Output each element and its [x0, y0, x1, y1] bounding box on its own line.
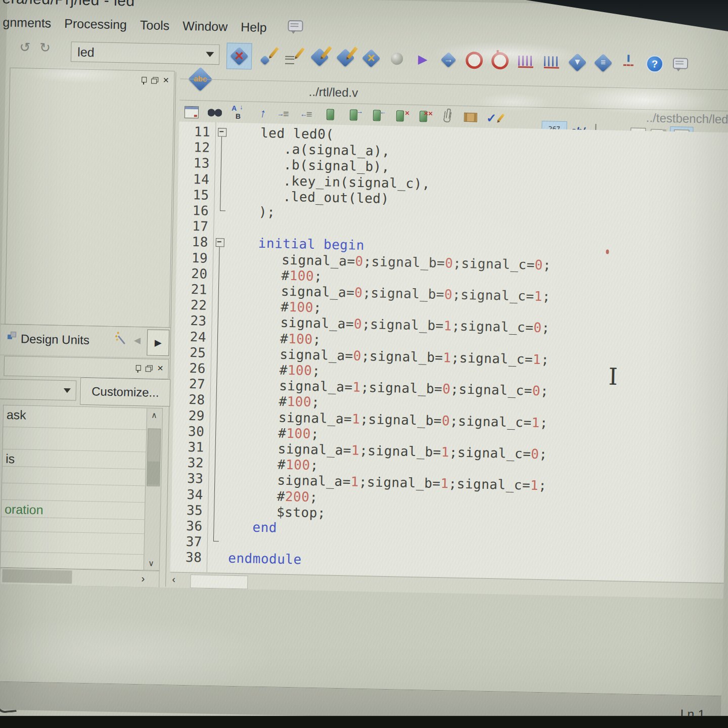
- tab-bar-border: [180, 79, 728, 90]
- menu-gnments[interactable]: gnments: [3, 15, 51, 30]
- ibeam-cursor: I: [608, 363, 618, 390]
- design-units-tab[interactable]: Design Units ◀ ▶: [0, 324, 170, 359]
- window-title: era/led/Prj/led - led: [2, 0, 135, 10]
- scroll-up-icon[interactable]: ∧: [147, 410, 161, 420]
- task-row[interactable]: [1, 531, 145, 555]
- help-icon[interactable]: ?: [645, 51, 665, 77]
- restore-icon[interactable]: [153, 77, 158, 82]
- editor-options-icon[interactable]: [183, 102, 201, 123]
- edit-assignments-icon[interactable]: [284, 44, 304, 70]
- task-row[interactable]: is: [3, 449, 147, 470]
- compile-design-icon[interactable]: [310, 44, 330, 70]
- netlist-viewer-icon[interactable]: [619, 51, 639, 76]
- task-row-label: oration: [5, 502, 43, 518]
- chip-planner-icon[interactable]: ≡: [594, 50, 613, 76]
- indent-decrease-icon[interactable]: ←≡: [299, 104, 316, 125]
- project-combobox[interactable]: led: [71, 41, 220, 65]
- project-navigator-panel[interactable]: [5, 87, 174, 328]
- close-icon[interactable]: ×: [157, 365, 163, 372]
- stop-processing-icon[interactable]: ×: [226, 42, 252, 69]
- code-editor[interactable]: 11led led0(12.a(signal_a),13.b(signal_b)…: [170, 122, 728, 583]
- line-number: 20: [176, 265, 208, 281]
- project-combobox-value: led: [71, 44, 206, 62]
- rapid-recompile-icon[interactable]: →: [439, 47, 459, 73]
- flow-dropdown[interactable]: [0, 379, 76, 401]
- nav-left-icon[interactable]: ◀: [134, 335, 141, 346]
- analysis-synthesis-icon[interactable]: [336, 45, 355, 71]
- scrollbar-thumb[interactable]: [2, 569, 72, 584]
- disabled-sphere-icon[interactable]: [387, 46, 407, 72]
- tasks-panel-header: ×: [4, 356, 169, 380]
- main-toolbar: ××▶→▼≡?: [226, 42, 691, 78]
- scroll-down-icon[interactable]: ∨: [144, 558, 158, 568]
- menu-bar: gnmentsProcessingToolsWindowHelp: [3, 12, 303, 38]
- simulation-waveform-icon[interactable]: [516, 49, 536, 74]
- tasks-vertical-scrollbar[interactable]: ∧ ∨: [144, 407, 163, 571]
- photo-of-monitor: era/led/Prj/led - led gnmentsProcessingT…: [0, 0, 728, 728]
- line-number: 29: [173, 407, 205, 423]
- comment-bubble-icon[interactable]: [286, 19, 303, 37]
- wand-icon[interactable]: [118, 336, 125, 344]
- pin-icon[interactable]: [142, 77, 147, 82]
- menu-help[interactable]: Help: [241, 19, 267, 34]
- find-binoculars-icon[interactable]: [206, 103, 224, 123]
- tasks-list[interactable]: askisoration: [0, 405, 147, 571]
- scrollbar-thumb[interactable]: [190, 574, 248, 589]
- bookmark-next-icon[interactable]: →: [345, 105, 363, 126]
- insert-template-scroll-icon[interactable]: [462, 108, 479, 128]
- scrollbar-thumb[interactable]: [147, 428, 161, 486]
- bookmark-previous-icon[interactable]: ←: [369, 106, 386, 126]
- undo-icon[interactable]: ↺: [19, 39, 30, 55]
- attach-note-paperclip-icon[interactable]: [438, 107, 456, 128]
- syntax-check-icon[interactable]: ✓: [485, 108, 503, 129]
- tab-testbench-led[interactable]: ../testbench/led_t: [646, 111, 728, 126]
- line-number: 35: [171, 502, 203, 518]
- line-number: 24: [175, 329, 207, 344]
- task-row[interactable]: oration: [2, 500, 146, 520]
- customize-button[interactable]: Customize...: [80, 378, 170, 407]
- bookmark-delete-all-icon[interactable]: ××: [415, 107, 433, 127]
- line-number: 15: [177, 187, 209, 202]
- task-row-label: ask: [7, 407, 26, 423]
- scroll-right-icon[interactable]: ›: [141, 573, 145, 584]
- close-icon[interactable]: ×: [163, 76, 169, 83]
- line-number: 36: [171, 518, 203, 533]
- line-number: 18: [176, 234, 208, 250]
- tab-rtl-led[interactable]: ../rtl/led.v: [309, 85, 358, 100]
- menu-window[interactable]: Window: [183, 18, 228, 34]
- line-number: 16: [177, 203, 209, 218]
- gate-waveform-icon[interactable]: [542, 49, 562, 75]
- application-screen: era/led/Prj/led - led gnmentsProcessingT…: [0, 0, 728, 728]
- empty-dock-area: [0, 584, 723, 696]
- task-row[interactable]: ask: [3, 405, 147, 430]
- line-number: 23: [175, 313, 207, 329]
- redo-icon[interactable]: ↻: [39, 40, 51, 56]
- replace-ab-icon[interactable]: A↓B: [230, 103, 247, 124]
- fold-collapse-icon[interactable]: [216, 238, 224, 247]
- line-number: 33: [172, 471, 204, 486]
- monitor-bezel-bottom: [0, 716, 728, 728]
- scroll-left-icon[interactable]: ‹: [172, 573, 175, 585]
- power-analyzer-icon[interactable]: [465, 48, 484, 73]
- pin-icon[interactable]: [136, 365, 141, 370]
- bookmark-toggle-icon[interactable]: [322, 105, 340, 125]
- restore-icon[interactable]: [147, 365, 153, 370]
- programmer-icon[interactable]: ▼: [568, 50, 587, 75]
- bookmark-delete-icon[interactable]: ×: [392, 106, 410, 127]
- line-number: 11: [179, 124, 211, 140]
- fold-collapse-icon[interactable]: [218, 128, 226, 136]
- menu-processing[interactable]: Processing: [64, 16, 127, 31]
- run-icon[interactable]: ▶: [413, 47, 433, 72]
- goto-line-icon[interactable]: →: [252, 103, 270, 124]
- menu-tools[interactable]: Tools: [140, 17, 170, 32]
- settings-pencil-icon[interactable]: [258, 43, 278, 69]
- line-number: 19: [176, 250, 208, 265]
- task-row[interactable]: [3, 427, 147, 452]
- nav-right-button[interactable]: ▶: [147, 329, 169, 356]
- nav-right-icon: ▶: [155, 337, 162, 348]
- timing-analyzer-icon[interactable]: [490, 48, 510, 74]
- indent-increase-icon[interactable]: →≡: [276, 104, 293, 124]
- notes-icon[interactable]: [671, 52, 691, 77]
- partition-merge-icon[interactable]: ×: [361, 46, 381, 71]
- line-number: 12: [178, 140, 210, 155]
